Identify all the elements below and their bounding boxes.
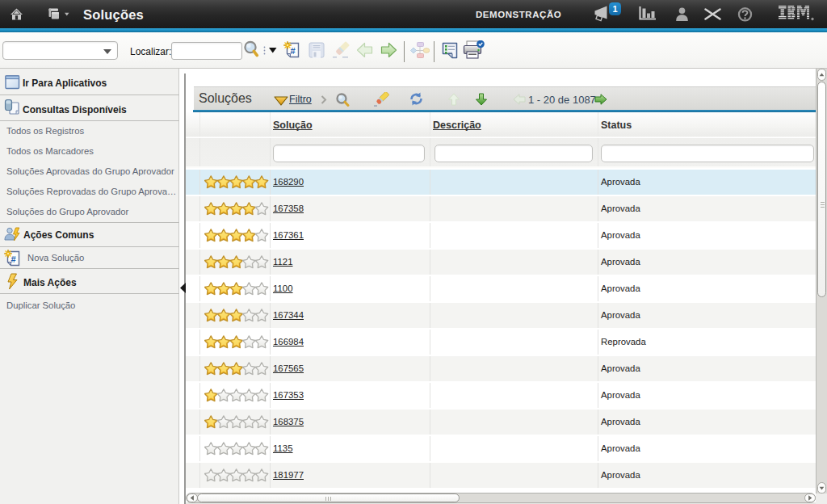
svg-text:#: # xyxy=(11,254,16,264)
svg-text:#: # xyxy=(291,46,296,56)
